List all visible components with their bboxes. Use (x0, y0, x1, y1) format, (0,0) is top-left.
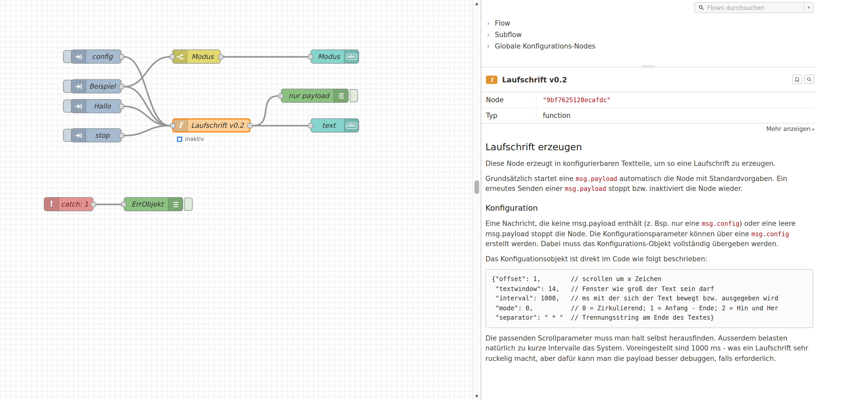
output-port[interactable] (218, 54, 223, 59)
inject-button[interactable] (63, 129, 71, 142)
canvas-vertical-scrollbar[interactable]: ▲ ▼ (472, 0, 481, 400)
node-label: stop (86, 129, 119, 142)
node-type-value: function (536, 108, 815, 123)
info-row-label: Node (481, 92, 536, 107)
config-code-block: {"offset": 1, // scrollen um x Zeichen "… (486, 269, 813, 328)
search-dropdown-button[interactable]: ▾ (804, 3, 813, 12)
flow-node-beispiel[interactable]: Beispiel (71, 79, 122, 93)
scrollbar-thumb[interactable] (474, 180, 479, 194)
inline-code: msg.config (702, 220, 740, 227)
node-label: config (86, 50, 119, 63)
inject-button[interactable] (63, 50, 71, 63)
help-section-title: Laufschrift erzeugen (486, 140, 813, 154)
inject-icon (71, 50, 86, 63)
flow-node-stop[interactable]: stop (71, 128, 122, 142)
node-label: Beispiel (86, 80, 119, 93)
input-port[interactable] (170, 123, 175, 128)
status-text: inaktiv (185, 136, 204, 142)
function-node-icon: f (486, 76, 497, 84)
node-info-title: Laufschrift v0.2 (502, 76, 567, 84)
output-port[interactable] (119, 133, 124, 138)
help-paragraph: Diese Node erzeugt in konfigurierbaren T… (486, 159, 813, 169)
flow-node-catch[interactable]: !catch: 1 (44, 197, 93, 211)
node-help-panel: Laufschrift erzeugen Diese Node erzeugt … (486, 135, 813, 368)
tree-item-global-config-nodes[interactable]: › Globale Konfigurations-Nodes (481, 40, 815, 52)
function-icon: f (173, 120, 188, 131)
node-label: catch: 1 (58, 198, 91, 211)
input-port[interactable] (169, 54, 175, 59)
help-section-title: Konfiguration (486, 202, 813, 214)
inject-icon (71, 80, 86, 93)
alert-icon: ! (44, 198, 59, 211)
tree-item-subflow[interactable]: › Subflow (481, 29, 815, 40)
chevron-right-icon: › (487, 42, 495, 49)
input-port[interactable] (121, 202, 126, 207)
text-segment: Das Konfiguationsobjekt ist direkt im Co… (486, 255, 707, 263)
output-port[interactable] (119, 103, 124, 109)
flow-node-modus-switch[interactable]: Modus (172, 49, 221, 64)
table-row: Node "9bf7625128ecafdc" (481, 92, 815, 107)
splitter-grip-handle[interactable] (642, 65, 655, 68)
chevron-down-icon: ▾ (812, 127, 814, 132)
help-paragraph: Die passenden Scrollparameter muss man h… (486, 333, 813, 364)
inject-button[interactable] (63, 100, 71, 113)
sidebar-content: ▾ › Flow › Subflow › Globale Konfigurati… (481, 0, 815, 400)
toggle-button[interactable] (350, 89, 358, 102)
flow-node-nur-payload[interactable]: nur payload (281, 89, 349, 103)
show-more-link[interactable]: Mehr anzeigen▾ (766, 125, 814, 132)
output-port[interactable] (91, 202, 96, 207)
info-row-label: Typ (481, 108, 536, 123)
output-port[interactable] (119, 54, 124, 59)
inline-code: msg.config (751, 230, 789, 238)
node-label: text (313, 119, 344, 132)
text-segment: Eine Nachricht, die keine msg.payload en… (486, 220, 702, 227)
tree-item-flow[interactable]: › Flow (481, 17, 815, 29)
sidebar-splitter[interactable] (481, 67, 815, 67)
node-info-header: f Laufschrift v0.2 (486, 74, 814, 87)
node-id-value: "9bf7625128ecafdc" (536, 92, 815, 107)
tree-item-label: Globale Konfigurations-Nodes (495, 42, 595, 50)
inject-icon (71, 129, 86, 142)
node-label: Laufschrift v0.2 (187, 120, 247, 131)
node-label: ErrObjekt (126, 198, 168, 211)
inject-icon (71, 100, 86, 113)
scrollbar-down-arrow[interactable]: ▼ (473, 394, 481, 399)
inline-code: msg.payload (565, 185, 606, 193)
nodes-layer: configBeispielHallostopModusabcModusfLau… (0, 0, 472, 400)
flow-node-hallo[interactable]: Hallo (71, 99, 122, 113)
node-label: Modus (187, 50, 218, 63)
input-port[interactable] (308, 54, 313, 59)
open-docs-button[interactable] (792, 74, 802, 84)
flow-outline-tree: › Flow › Subflow › Globale Konfiguration… (481, 17, 815, 52)
input-port[interactable] (278, 93, 283, 98)
flow-node-laufschrift[interactable]: fLaufschrift v0.2inaktiv (172, 119, 251, 132)
output-port[interactable] (247, 123, 253, 128)
text-segment: Grundsätzlich startet eine (486, 174, 576, 182)
inline-code: msg.payload (576, 175, 617, 182)
node-label: Hallo (86, 100, 119, 113)
node-info-buttons (792, 74, 814, 84)
scrollbar-up-arrow[interactable]: ▲ (473, 1, 481, 6)
text-segment: Diese Node erzeugt in konfigurierbaren T… (486, 160, 776, 167)
search-input[interactable] (706, 3, 804, 12)
book-icon (795, 76, 800, 82)
toggle-button[interactable] (184, 198, 193, 211)
help-paragraph: Das Konfiguationsobjekt ist direkt im Co… (486, 254, 813, 264)
flow-canvas[interactable]: configBeispielHallostopModusabcModusfLau… (0, 0, 472, 400)
flow-node-config[interactable]: config (71, 49, 122, 64)
search-icon (699, 5, 704, 10)
input-port[interactable] (308, 123, 313, 128)
node-label: nur payload (283, 89, 334, 102)
text-segment: Die passenden Scrollparameter muss man h… (486, 334, 808, 362)
status-ring-icon (177, 136, 182, 142)
text-segment: stoppt bzw. inaktiviert die Node wieder. (606, 185, 742, 193)
flow-node-text-debug[interactable]: abctext (311, 119, 359, 132)
inject-button[interactable] (63, 80, 71, 93)
show-more-label: Mehr anzeigen (766, 125, 811, 132)
flow-node-errobjekt[interactable]: ErrObjekt (124, 197, 183, 211)
flow-search-box[interactable]: ▾ (694, 2, 814, 13)
output-port[interactable] (119, 84, 124, 89)
info-sidebar: ▾ › Flow › Subflow › Globale Konfigurati… (481, 0, 868, 400)
flow-node-modus-debug[interactable]: abcModus (311, 49, 359, 64)
search-node-button[interactable] (804, 74, 814, 84)
